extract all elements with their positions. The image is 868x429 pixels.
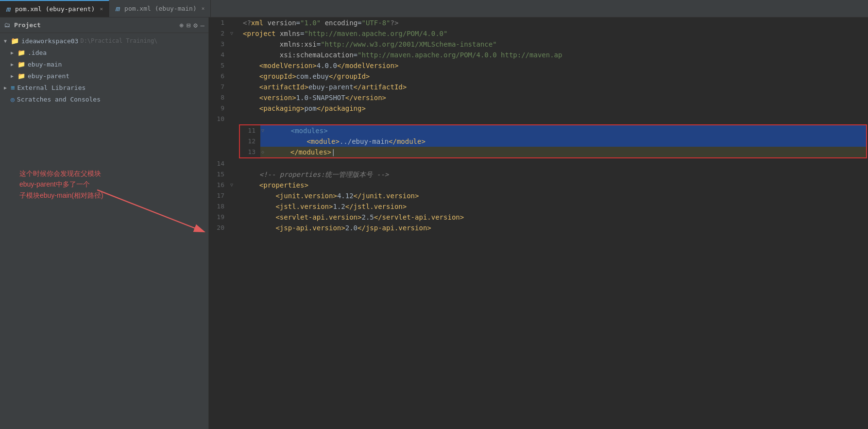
fold-icon-2[interactable]: ▽ [230, 28, 233, 39]
sidebar-item-ebuy-main-label: ebuy-main [28, 61, 62, 68]
fold-icon-11[interactable]: ▽ [261, 125, 264, 136]
line-num-3: 3 [209, 39, 229, 50]
settings-icon[interactable]: ⚙ [193, 21, 197, 29]
line-content-3: xmlns:xsi="http://www.w3.org/2001/XMLSch… [239, 39, 868, 50]
collapse-icon[interactable]: ⊟ [187, 21, 190, 29]
gutter-6 [229, 71, 239, 82]
sidebar-item-ebuy-parent-label: ebuy-parent [28, 72, 69, 80]
ebuy-main-folder-icon: 📁 [17, 61, 25, 68]
scratches-icon: ◎ [11, 96, 15, 103]
code-line-3: 3 xmlns:xsi="http://www.w3.org/2001/XMLS… [209, 39, 868, 50]
code-line-19: 19 <servlet-api.version>2.5</servlet-api… [209, 212, 868, 223]
editor[interactable]: 1 <?xml version="1.0" encoding="UTF-8"?>… [209, 17, 868, 429]
gutter-9 [229, 103, 239, 114]
maven-icon-2: m [115, 4, 119, 13]
main-layout: 🗂 Project ⊕ ⊟ ⚙ — ▼ 📁 ideaworkspace03 D:… [0, 17, 868, 429]
add-icon[interactable]: ⊕ [179, 21, 183, 29]
sidebar-item-idea-label: .idea [28, 49, 47, 56]
line-num-6: 6 [209, 71, 229, 82]
line-content-16: <properties> [239, 180, 868, 190]
line-num-14: 14 [209, 158, 229, 169]
sidebar-item-ext-libs[interactable]: ▶ ≡ External Libraries [0, 82, 208, 93]
code-area[interactable]: 1 <?xml version="1.0" encoding="UTF-8"?>… [209, 17, 868, 429]
ext-libs-arrow-icon: ▶ [4, 85, 11, 90]
gutter-14 [229, 158, 239, 169]
line-content-18: <jstl.version>1.2</jstl.version> [239, 201, 868, 212]
root-path: D:\Practical Training\ [80, 37, 157, 44]
maven-icon: m [6, 5, 10, 14]
fold-icon-13: ◇ [261, 147, 264, 157]
code-line-17: 17 <junit.version>4.12</junit.version> [209, 190, 868, 201]
fold-icon-16[interactable]: ▽ [230, 180, 233, 190]
code-line-5: 5 <modelVersion>4.0.0</modelVersion> [209, 60, 868, 71]
gutter-13: ◇ [260, 147, 270, 157]
line-content-11: <modules> [270, 125, 866, 136]
close-tab-main-icon[interactable]: × [202, 5, 205, 12]
line-num-13: 13 [240, 147, 260, 157]
code-line-16: 16 ▽ <properties> [209, 180, 868, 190]
gutter-3 [229, 39, 239, 50]
line-content-4: xsi:schemaLocation="http://maven.apache.… [239, 50, 868, 60]
code-line-13: 13 ◇ </modules>| [240, 147, 866, 157]
line-content-14 [239, 158, 868, 169]
sidebar-title: Project [14, 21, 175, 29]
ebuy-parent-arrow-icon: ▶ [11, 73, 17, 79]
code-line-20: 20 <jsp-api.version>2.0</jsp-api.version… [209, 223, 868, 233]
hide-icon[interactable]: — [201, 21, 204, 29]
line-num-1: 1 [209, 17, 229, 28]
sidebar: 🗂 Project ⊕ ⊟ ⚙ — ▼ 📁 ideaworkspace03 D:… [0, 17, 209, 429]
line-num-20: 20 [209, 223, 229, 233]
line-num-10: 10 [209, 114, 229, 124]
code-line-14: 14 [209, 158, 868, 169]
line-num-11: 11 [240, 125, 260, 136]
sidebar-item-ebuy-main[interactable]: ▶ 📁 ebuy-main [0, 58, 208, 70]
line-content-9: <packaging>pom</packaging> [239, 103, 868, 114]
line-num-9: 9 [209, 103, 229, 114]
code-line-11: 11 ▽ <modules> [240, 125, 866, 136]
tab-bar: m pom.xml (ebuy-parent) × m pom.xml (ebu… [0, 0, 868, 17]
code-line-10: 10 [209, 114, 868, 124]
sidebar-header: 🗂 Project ⊕ ⊟ ⚙ — [0, 17, 208, 33]
line-num-15: 15 [209, 169, 229, 180]
line-content-10 [239, 114, 868, 124]
root-arrow-icon: ▼ [4, 38, 11, 44]
line-num-17: 17 [209, 190, 229, 201]
sidebar-item-ext-libs-label: External Libraries [17, 84, 85, 91]
line-num-8: 8 [209, 92, 229, 103]
sidebar-item-scratches[interactable]: ◎ Scratches and Consoles [0, 93, 208, 105]
gutter-15 [229, 169, 239, 180]
code-line-4: 4 xsi:schemaLocation="http://maven.apach… [209, 50, 868, 60]
line-num-2: 2 [209, 28, 229, 39]
tab-pom-parent[interactable]: m pom.xml (ebuy-parent) × [0, 0, 109, 17]
gutter-11: ▽ [260, 125, 270, 136]
tab-pom-main[interactable]: m pom.xml (ebuy-main) × [109, 0, 211, 17]
tree-root[interactable]: ▼ 📁 ideaworkspace03 D:\Practical Trainin… [0, 35, 208, 47]
line-content-8: <version>1.0-SNAPSHOT</version> [239, 92, 868, 103]
line-content-20: <jsp-api.version>2.0</jsp-api.version> [239, 223, 868, 233]
gutter-19 [229, 212, 239, 223]
ext-libs-icon: ≡ [11, 84, 15, 91]
line-content-13: </modules>| [270, 147, 866, 157]
close-tab-parent-icon[interactable]: × [100, 6, 103, 12]
root-name: ideaworkspace03 [21, 37, 78, 45]
idea-arrow-icon: ▶ [11, 50, 17, 55]
line-num-4: 4 [209, 50, 229, 60]
gutter-16: ▽ [229, 180, 239, 190]
gutter-20 [229, 223, 239, 233]
sidebar-item-ebuy-parent[interactable]: ▶ 📁 ebuy-parent [0, 70, 208, 82]
ebuy-main-arrow-icon: ▶ [11, 62, 17, 67]
project-folder-icon: 🗂 [4, 21, 10, 29]
line-num-19: 19 [209, 212, 229, 223]
gutter-1 [229, 17, 239, 28]
sidebar-content: ▼ 📁 ideaworkspace03 D:\Practical Trainin… [0, 33, 208, 429]
code-line-8: 8 <version>1.0-SNAPSHOT</version> [209, 92, 868, 103]
line-content-12: <module>../ebuy-main</module> [270, 136, 866, 147]
gutter-2: ▽ [229, 28, 239, 39]
code-line-2: 2 ▽ <project xmlns="http://maven.apache.… [209, 28, 868, 39]
sidebar-item-idea[interactable]: ▶ 📁 .idea [0, 47, 208, 58]
line-content-7: <artifactId>ebuy-parent</artifactId> [239, 82, 868, 92]
gutter-7 [229, 82, 239, 92]
gutter-12 [260, 136, 270, 147]
line-num-18: 18 [209, 201, 229, 212]
tab-label-main: pom.xml (ebuy-main) [124, 5, 197, 12]
